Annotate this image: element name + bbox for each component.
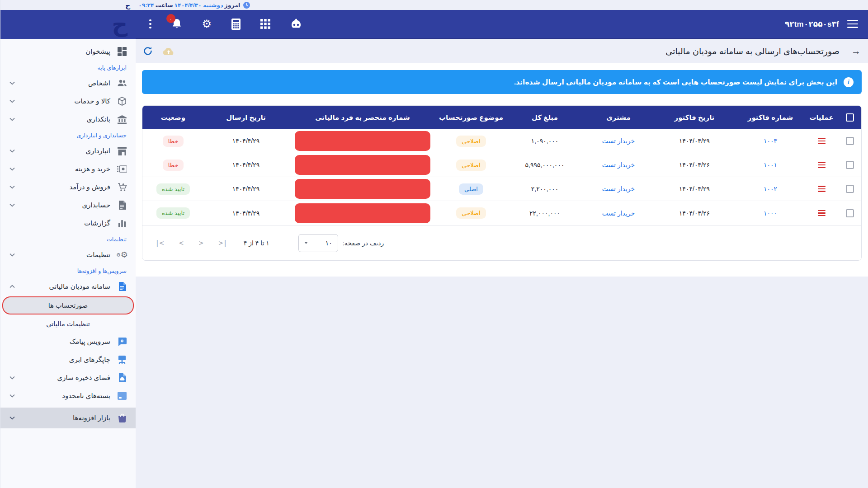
invoice-number-link[interactable]: ۱۰۰۳ — [736, 137, 804, 145]
sidebar-item-banking[interactable]: بانکداری — [0, 110, 136, 128]
bank-icon — [117, 115, 127, 124]
brand-logo: ح — [112, 14, 127, 35]
storage-cloud-file-icon — [117, 373, 127, 382]
row-checkbox[interactable] — [846, 161, 854, 169]
sidebar-item-dashboard[interactable]: پیشخوان — [0, 42, 136, 61]
total-amount: ۲,۲۰۰,۰۰۰ — [505, 185, 585, 192]
pagination-nav-group: |< < > >| — [155, 239, 227, 247]
calculator-icon[interactable] — [231, 19, 241, 30]
dashboard-icon — [117, 47, 127, 56]
sidebar-item-accounting[interactable]: حسابداری — [0, 196, 136, 214]
sidebar-item-purchases-expenses[interactable]: خرید و هزینه — [0, 160, 136, 178]
kebab-menu-icon[interactable] — [149, 19, 151, 29]
chevron-down-icon — [9, 81, 15, 85]
sidebar-item-label: پیشخوان — [85, 47, 110, 56]
sidebar-item-cloud-printers[interactable]: چاپگرهای ابری — [0, 351, 136, 369]
sidebar-item-label: سامانه مودیان مالیاتی — [49, 282, 110, 291]
sidebar-item-reports[interactable]: گزارشات — [0, 214, 136, 232]
table-row: ۱۰۰۲ ۱۴۰۴/۰۴/۲۹ خریدار تست ۲,۲۰۰,۰۰۰ اصل… — [142, 177, 861, 201]
notifications-bell-icon[interactable]: ۰ — [171, 18, 182, 30]
info-banner-text: این بخش برای نمایش لیست صورتحساب هایی اس… — [514, 78, 837, 86]
prev-page-button[interactable]: < — [179, 239, 184, 247]
sidebar-item-label: گزارشات — [84, 219, 110, 227]
sidebar-item-tax-moadian-system[interactable]: سامانه مودیان مالیاتی — [0, 277, 136, 296]
sidebar-item-settings[interactable]: ⚙⚙ تنظیمات — [0, 246, 136, 264]
first-page-button[interactable]: |< — [155, 239, 164, 247]
next-page-button[interactable]: > — [199, 239, 203, 247]
select-all-checkbox[interactable] — [846, 113, 854, 122]
back-arrow-icon[interactable]: → — [851, 46, 861, 56]
send-date: ۱۴۰۴/۴/۲۹ — [204, 210, 288, 217]
background-filler — [136, 277, 868, 488]
cloud-upload-icon[interactable] — [163, 47, 175, 56]
main-column: امروز دوشنبه ۱۴۰۴/۴/۳۰ ساعت ۰۹:۲۴ ۹۲tm۰۲… — [136, 0, 868, 488]
rows-per-page-select[interactable]: ۱۰ — [298, 234, 338, 252]
table-row: ۱۰۰۱ ۱۴۰۴/۰۴/۲۶ خریدار تست ۵,۹۹۵,۰۰۰,۰۰۰… — [142, 153, 861, 177]
row-checkbox[interactable] — [846, 209, 854, 217]
chevron-down-icon — [9, 117, 15, 121]
redacted-tax-uid — [295, 155, 430, 175]
assistant-robot-icon[interactable] — [290, 19, 302, 29]
people-icon — [117, 79, 127, 87]
sidebar-section-services-addons: سرویس‌ها و افزونه‌ها — [0, 264, 136, 277]
subject-badge: اصلی — [459, 183, 483, 195]
sidebar-item-unlimited-packages[interactable]: بسته‌های نامحدود — [0, 387, 136, 405]
col-operations: عملیات — [804, 113, 839, 122]
refresh-icon[interactable] — [143, 46, 153, 56]
sms-service-icon — [117, 337, 127, 346]
table-header-row: عملیات شماره فاکتور تاریخ فاکتور مشتری م… — [142, 106, 861, 129]
sidebar-subitem-invoices-active[interactable]: صورتحساب ها — [2, 296, 134, 314]
sidebar-item-sales-income[interactable]: فروش و درآمد — [0, 178, 136, 196]
customer-link[interactable]: خریدار تست — [585, 185, 652, 192]
status-bar: امروز دوشنبه ۱۴۰۴/۴/۳۰ ساعت ۰۹:۲۴ — [136, 0, 868, 10]
sidebar-item-addons-market[interactable]: بازار افزونه‌ها — [0, 408, 136, 428]
sidebar-item-storage-space[interactable]: فضای ذخیره سازی — [0, 369, 136, 387]
subject-badge: اصلاحی — [456, 160, 486, 171]
store-icon — [117, 147, 127, 155]
shopping-cart-icon — [117, 183, 127, 192]
total-amount: ۱,۰۹۰,۰۰۰ — [505, 137, 585, 145]
invoice-number-link[interactable]: ۱۰۰۰ — [736, 210, 804, 217]
settings-gear-icon[interactable]: ⚙ — [202, 19, 212, 29]
appbar-icons-group: ۰ ⚙ — [146, 18, 302, 30]
page-title-group: → صورتحساب‌های ارسالی به سامانه مودیان م… — [665, 46, 861, 56]
row-actions-menu-icon[interactable] — [818, 162, 826, 168]
col-send-date: تاریخ ارسال — [204, 113, 288, 122]
table-row: ۱۰۰۰ ۱۴۰۴/۰۴/۲۶ خریدار تست ۲۲,۰۰۰,۰۰۰ اص… — [142, 201, 861, 225]
package-icon — [117, 392, 127, 400]
sidebar-item-sms-service[interactable]: سرویس پیامک — [0, 333, 136, 351]
send-date: ۱۴۰۴/۴/۲۹ — [204, 185, 288, 192]
toolbar-icons-group — [143, 46, 175, 56]
chevron-down-icon — [9, 253, 15, 257]
invoice-number-link[interactable]: ۱۰۰۱ — [736, 161, 804, 169]
customer-link[interactable]: خریدار تست — [585, 161, 652, 169]
sidebar-item-label: سرویس پیامک — [70, 338, 110, 346]
last-page-button[interactable]: >| — [219, 239, 227, 247]
page-title: صورتحساب‌های ارسالی به سامانه مودیان مال… — [665, 46, 840, 56]
status-badge: خطا — [163, 136, 184, 147]
sidebar-item-people[interactable]: اشخاص — [0, 74, 136, 92]
bar-chart-icon — [117, 219, 127, 227]
cloud-printer-icon — [117, 355, 127, 364]
row-checkbox[interactable] — [846, 137, 854, 145]
apps-grid-icon[interactable] — [260, 19, 270, 29]
sidebar-subitem-tax-settings[interactable]: تنظیمات مالیاتی — [0, 315, 136, 333]
invoice-number-link[interactable]: ۱۰۰۲ — [736, 185, 804, 192]
tax-document-icon — [117, 282, 127, 291]
row-actions-menu-icon[interactable] — [818, 186, 826, 192]
hamburger-menu-icon[interactable] — [847, 20, 858, 28]
sidebar-item-label: چاپگرهای ابری — [69, 356, 110, 364]
customer-link[interactable]: خریدار تست — [585, 210, 652, 217]
sidebar-item-goods-services[interactable]: کالا و خدمات — [0, 92, 136, 110]
chevron-down-icon — [9, 185, 15, 189]
sidebar-item-label: فضای ذخیره سازی — [57, 374, 110, 382]
subject-badge: اصلاحی — [456, 136, 486, 147]
row-actions-menu-icon[interactable] — [818, 210, 826, 216]
shopping-bag-icon — [117, 413, 127, 422]
sidebar-item-warehousing[interactable]: انبارداری — [0, 142, 136, 160]
send-date: ۱۴۰۴/۴/۲۹ — [204, 161, 288, 169]
datetime-group: امروز دوشنبه ۱۴۰۴/۴/۳۰ ساعت ۰۹:۲۴ — [138, 0, 250, 10]
row-actions-menu-icon[interactable] — [818, 138, 826, 144]
customer-link[interactable]: خریدار تست — [585, 137, 652, 145]
row-checkbox[interactable] — [846, 185, 854, 193]
